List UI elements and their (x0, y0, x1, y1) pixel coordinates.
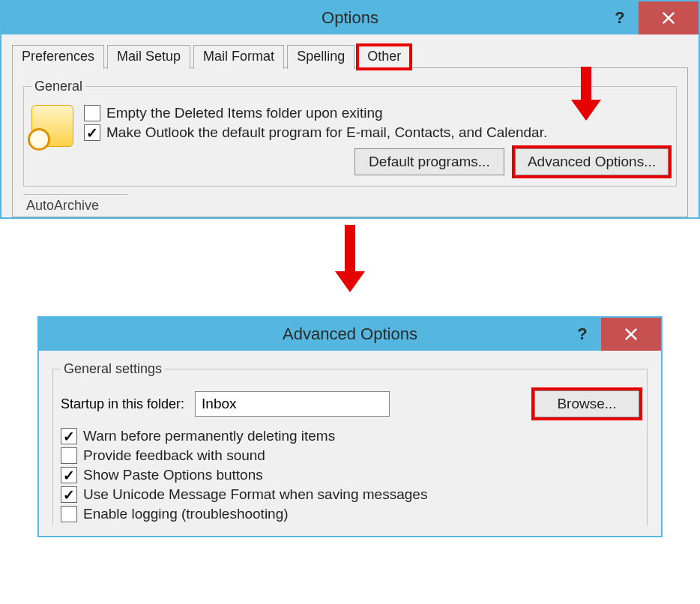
group-general-legend: General (31, 79, 85, 94)
titlebar-controls: ? (601, 1, 699, 34)
close-icon (662, 11, 675, 25)
group-general-settings-legend: General settings (61, 361, 165, 377)
checkbox-enable-logging[interactable] (61, 506, 77, 522)
group-general-settings: General settings Startup in this folder:… (52, 361, 648, 525)
checkbox-feedback-sound[interactable] (61, 447, 77, 464)
advanced-options-button[interactable]: Advanced Options... (515, 148, 669, 175)
titlebar-advanced[interactable]: Advanced Options ? (39, 318, 661, 351)
close-icon (624, 327, 638, 341)
client-area: Preferences Mail Setup Mail Format Spell… (1, 34, 699, 217)
tab-spelling[interactable]: Spelling (287, 45, 354, 69)
label-unicode-format: Use Unicode Message Format when saving m… (83, 486, 427, 503)
startup-folder-label: Startup in this folder: (61, 396, 184, 412)
group-autoarchive-label: AutoArchive (23, 194, 128, 214)
close-button[interactable] (639, 1, 699, 34)
checkbox-empty-deleted[interactable] (84, 105, 100, 121)
startup-folder-input[interactable] (195, 391, 390, 417)
tab-panel-other: General Empty the Deleted Items folder u… (12, 67, 688, 217)
help-button-advanced[interactable]: ? (564, 318, 601, 351)
checkbox-make-default[interactable] (84, 124, 100, 141)
window-title: Options (1, 8, 699, 28)
label-feedback-sound: Provide feedback with sound (83, 447, 265, 464)
help-icon: ? (615, 8, 624, 28)
tab-strip: Preferences Mail Setup Mail Format Spell… (12, 45, 688, 69)
tab-mail-setup[interactable]: Mail Setup (107, 45, 190, 69)
label-make-default: Make Outlook the default program for E-m… (106, 124, 547, 141)
checkbox-unicode-format[interactable] (61, 486, 77, 503)
connector-arrow (0, 219, 700, 301)
close-button-advanced[interactable] (601, 318, 661, 351)
options-dialog: Options ? Preferences Mail Setup Mail Fo… (0, 0, 700, 219)
help-button[interactable]: ? (601, 1, 639, 34)
browse-button[interactable]: Browse... (534, 390, 639, 417)
help-icon: ? (577, 324, 587, 344)
outlook-icon-cell (31, 102, 84, 147)
checkbox-paste-options[interactable] (61, 467, 77, 483)
red-arrow-to-advanced (571, 67, 601, 121)
label-warn-delete: Warn before permanently deleting items (83, 428, 335, 444)
tab-mail-format[interactable]: Mail Format (193, 45, 284, 69)
checkbox-warn-delete[interactable] (61, 428, 77, 444)
label-enable-logging: Enable logging (troubleshooting) (83, 506, 289, 522)
advanced-options-dialog: Advanced Options ? General settings Star… (37, 316, 663, 537)
tab-other[interactable]: Other (357, 45, 411, 69)
outlook-icon (31, 105, 73, 147)
titlebar-controls-advanced: ? (564, 318, 661, 351)
client-area-advanced: General settings Startup in this folder:… (39, 351, 661, 536)
label-empty-deleted: Empty the Deleted Items folder upon exit… (106, 105, 383, 121)
group-general: General Empty the Deleted Items folder u… (23, 79, 677, 187)
default-programs-button[interactable]: Default programs... (354, 148, 504, 175)
clock-icon (28, 128, 50, 151)
label-paste-options: Show Paste Options buttons (83, 467, 263, 483)
titlebar[interactable]: Options ? (1, 1, 699, 34)
tab-preferences[interactable]: Preferences (12, 45, 104, 69)
